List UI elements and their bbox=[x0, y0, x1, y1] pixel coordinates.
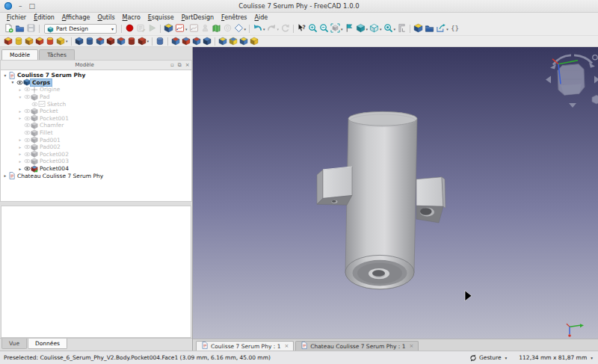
subtractive-helix-button[interactable] bbox=[127, 34, 136, 49]
tree-expander[interactable]: ▸ bbox=[17, 159, 23, 164]
navcube-mini-cube[interactable] bbox=[592, 95, 598, 104]
left-block[interactable] bbox=[317, 167, 352, 205]
mirrored-button[interactable] bbox=[171, 34, 180, 49]
tree-item-pocket004[interactable]: ▸Pocket004 bbox=[1, 165, 191, 173]
tree-item-fillet[interactable]: Fillet bbox=[1, 129, 191, 137]
tree-expander[interactable]: ▾ bbox=[10, 80, 16, 84]
tree-expander[interactable]: ▸ bbox=[17, 116, 23, 120]
menu-macro[interactable]: Macro bbox=[119, 13, 144, 22]
center-hole[interactable] bbox=[372, 270, 385, 277]
tree-expander[interactable]: ▸ bbox=[17, 145, 23, 149]
tree-item-sketch[interactable]: Sketch bbox=[1, 100, 191, 108]
tree-item-label[interactable]: Pocket004 bbox=[38, 165, 70, 172]
menu-edition[interactable]: Édition bbox=[30, 13, 58, 22]
property-tab-vue[interactable]: Vue bbox=[1, 339, 27, 349]
subtractive-pipe-button[interactable] bbox=[117, 34, 126, 49]
property-tab-donnees[interactable]: Données bbox=[28, 339, 67, 349]
zoom-in-button[interactable] bbox=[308, 22, 318, 36]
tree-item-label[interactable]: Pocket003 bbox=[38, 158, 70, 164]
tree-item-coulisse-7-serum-phy[interactable]: ▾Coulisse 7 Serum Phy bbox=[1, 72, 191, 79]
visibility-hidden-icon[interactable] bbox=[23, 93, 31, 100]
nav-style-selector[interactable]: Gesture bbox=[479, 354, 502, 361]
tree-expander[interactable]: ▸ bbox=[2, 173, 8, 178]
zoom-selection-dropdown[interactable]: ▾ bbox=[394, 27, 396, 31]
redo-dropdown[interactable]: ▾ bbox=[277, 27, 280, 31]
create-sketch-dropdown[interactable]: ▾ bbox=[185, 27, 188, 31]
hole-button[interactable] bbox=[85, 34, 94, 49]
minimize-button[interactable]: – bbox=[19, 3, 22, 10]
part-utility-button[interactable] bbox=[413, 22, 423, 36]
menu-aide[interactable]: Aide bbox=[251, 13, 272, 22]
tree-item-label[interactable]: Corps bbox=[31, 79, 52, 86]
tree-expander[interactable]: ▾ bbox=[2, 73, 8, 78]
tree-item-label[interactable]: Pocket002 bbox=[38, 151, 70, 158]
cylinder-top-face[interactable] bbox=[348, 111, 417, 126]
app-icon[interactable] bbox=[4, 2, 12, 10]
visibility-hidden-icon[interactable] bbox=[23, 115, 31, 122]
multi-transform-button[interactable] bbox=[203, 34, 212, 49]
panel-float-icon[interactable]: ▫ bbox=[168, 62, 176, 68]
additive-loft-button[interactable] bbox=[25, 34, 34, 49]
axonometric-view-dropdown[interactable]: ▾ bbox=[366, 27, 369, 31]
visibility-hidden-icon[interactable] bbox=[23, 158, 31, 164]
nav-style-caret[interactable]: ▾ bbox=[505, 356, 508, 360]
subtractive-loft-button[interactable] bbox=[106, 34, 115, 49]
property-editor[interactable] bbox=[1, 206, 191, 338]
boolean-operation-button[interactable] bbox=[155, 34, 164, 49]
export-dropdown[interactable]: ▾ bbox=[446, 27, 449, 31]
tree-expander[interactable]: ▸ bbox=[17, 138, 23, 142]
tree-item-pad001[interactable]: ▸Pad001 bbox=[1, 136, 191, 144]
chamfer-button[interactable] bbox=[229, 34, 238, 49]
tree-item-pad002[interactable]: ▸Pad002 bbox=[1, 144, 191, 151]
visibility-hidden-icon[interactable] bbox=[23, 144, 31, 150]
tree-item-pocket001[interactable]: ▸Pocket001 bbox=[1, 115, 191, 123]
tree-item-label[interactable]: Fillet bbox=[38, 129, 55, 136]
draft-button[interactable] bbox=[239, 34, 248, 49]
zoom-selection-button[interactable]: ▾ bbox=[383, 22, 396, 36]
expression-editor-button[interactable]: {} bbox=[450, 22, 460, 36]
fit-all-button[interactable]: ▾ bbox=[330, 22, 343, 36]
maximize-button[interactable]: □ bbox=[29, 3, 36, 10]
menu-affichage[interactable]: Affichage bbox=[58, 13, 94, 22]
tree-expander[interactable]: ▾ bbox=[17, 95, 23, 99]
visibility-hidden-icon[interactable] bbox=[23, 151, 31, 158]
draw-style-button[interactable] bbox=[345, 22, 354, 36]
tree-item-pocket003[interactable]: ▸Pocket003 bbox=[1, 158, 191, 165]
additive-pipe-button[interactable] bbox=[35, 34, 44, 49]
panel-dock-icon[interactable]: ⧉ bbox=[176, 62, 183, 68]
tree-expander[interactable]: ▸ bbox=[17, 87, 23, 92]
tree-item-label[interactable]: Pad002 bbox=[38, 144, 62, 150]
tree-item-chateau-coulisse-7-serum-phy[interactable]: ▸Chateau Coulisse 7 Serum Phy bbox=[1, 172, 191, 179]
view-cube-dropdown[interactable]: ▾ bbox=[380, 27, 382, 31]
menu-fenetres[interactable]: Fenêtres bbox=[218, 13, 250, 22]
subtractive-primitive-dropdown[interactable]: ▾ bbox=[147, 39, 150, 43]
revolution-button[interactable] bbox=[14, 34, 23, 49]
menu-partdesign[interactable]: PartDesign bbox=[178, 13, 218, 22]
mdi-tab-chateau-coulisse-7-serum-phy-1[interactable]: Chateau Coulisse 7 Serum Phy : 1× bbox=[295, 341, 419, 351]
subtractive-primitive-button[interactable]: ▾ bbox=[138, 34, 150, 49]
whats-this-button[interactable]: ? bbox=[297, 22, 306, 36]
mdi-tab-close-icon[interactable]: × bbox=[410, 343, 414, 349]
zoom-out-button[interactable] bbox=[319, 22, 329, 36]
pad-button[interactable] bbox=[4, 34, 13, 49]
visibility-hidden-icon[interactable] bbox=[31, 101, 38, 108]
navcube-rotate-dot[interactable] bbox=[593, 55, 597, 60]
tree-item-label[interactable]: Pocket001 bbox=[38, 115, 70, 122]
mdi-tab-close-icon[interactable]: × bbox=[284, 343, 289, 349]
visibility-eye-icon[interactable] bbox=[16, 79, 23, 86]
dock-tab-modele[interactable]: Modèle bbox=[1, 49, 38, 60]
fillet-button[interactable] bbox=[218, 34, 227, 49]
cylinder-bottom-face[interactable] bbox=[345, 255, 414, 289]
tree-item-label[interactable]: Pocket bbox=[38, 108, 60, 114]
visibility-hidden-icon[interactable] bbox=[23, 122, 31, 129]
tree-item-pocket[interactable]: ▸Pocket bbox=[1, 108, 191, 115]
tree-item-origine[interactable]: ▸Origine bbox=[1, 86, 191, 93]
menu-esquisse[interactable]: Esquisse bbox=[144, 13, 178, 22]
navcube-left-arrow[interactable] bbox=[546, 76, 551, 84]
linear-pattern-button[interactable] bbox=[182, 34, 191, 49]
group-button[interactable] bbox=[425, 22, 434, 36]
visibility-hidden-icon[interactable] bbox=[23, 86, 31, 93]
panel-close-icon[interactable]: × bbox=[183, 62, 191, 68]
view-cube-button[interactable]: ▾ bbox=[369, 22, 382, 36]
workbench-selector[interactable]: Part Design▾ bbox=[44, 24, 117, 34]
